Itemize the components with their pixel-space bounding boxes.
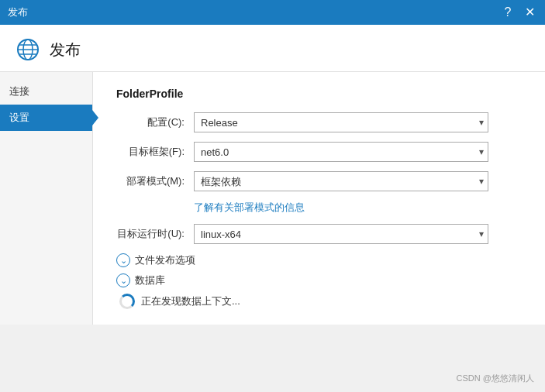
runtime-select-wrapper: linux-x64 win-x64 bbox=[194, 224, 488, 244]
main-panel: FolderProfile 配置(C): Release Debug bbox=[93, 72, 545, 325]
dialog-wrapper: 发布 ? ✕ 发布 连接 设置 bbox=[0, 0, 545, 392]
config-select[interactable]: Release Debug bbox=[194, 112, 488, 132]
dialog-header: 发布 bbox=[0, 25, 545, 72]
framework-label: 目标框架(F): bbox=[116, 145, 194, 159]
loading-row: 正在发现数据上下文... bbox=[119, 294, 522, 309]
runtime-label: 目标运行时(U): bbox=[116, 227, 194, 241]
loading-spinner bbox=[119, 294, 135, 309]
deploy-select[interactable]: 框架依赖 独立 bbox=[194, 171, 488, 191]
loading-text: 正在发现数据上下文... bbox=[141, 294, 240, 308]
deploy-label: 部署模式(M): bbox=[116, 174, 194, 188]
deploy-control: 框架依赖 独立 bbox=[194, 171, 488, 191]
deploy-row: 部署模式(M): 框架依赖 独立 bbox=[116, 171, 522, 191]
database-row[interactable]: ⌄ 数据库 bbox=[116, 273, 522, 287]
config-row: 配置(C): Release Debug bbox=[116, 112, 522, 132]
watermark: CSDN @悠悠清闲人 bbox=[457, 373, 534, 384]
title-bar-title: 发布 bbox=[8, 5, 28, 19]
config-label: 配置(C): bbox=[116, 115, 194, 129]
file-publish-toggle-icon: ⌄ bbox=[116, 253, 130, 267]
framework-select[interactable]: net6.0 net5.0 bbox=[194, 142, 488, 162]
dialog-title: 发布 bbox=[50, 40, 81, 60]
runtime-select[interactable]: linux-x64 win-x64 bbox=[194, 224, 488, 244]
section-title: FolderProfile bbox=[116, 88, 522, 100]
sidebar: 连接 设置 bbox=[0, 72, 93, 325]
runtime-row: 目标运行时(U): linux-x64 win-x64 bbox=[116, 224, 522, 244]
file-publish-row[interactable]: ⌄ 文件发布选项 bbox=[116, 253, 522, 267]
database-toggle-icon: ⌄ bbox=[116, 273, 130, 287]
config-control: Release Debug bbox=[194, 112, 488, 132]
database-label: 数据库 bbox=[135, 273, 165, 287]
globe-icon bbox=[16, 37, 40, 62]
config-select-wrapper: Release Debug bbox=[194, 112, 488, 132]
learn-more-link[interactable]: 了解有关部署模式的信息 bbox=[194, 201, 522, 215]
framework-control: net6.0 net5.0 bbox=[194, 142, 488, 162]
framework-select-wrapper: net6.0 net5.0 bbox=[194, 142, 488, 162]
dialog-body: 连接 设置 FolderProfile 配置(C): Release Debug bbox=[0, 72, 545, 325]
sidebar-item-settings[interactable]: 设置 bbox=[0, 105, 92, 131]
sidebar-settings-label: 设置 bbox=[9, 112, 29, 123]
deploy-select-wrapper: 框架依赖 独立 bbox=[194, 171, 488, 191]
help-button[interactable]: ? bbox=[500, 5, 516, 20]
title-bar-controls: ? ✕ bbox=[500, 5, 537, 20]
framework-row: 目标框架(F): net6.0 net5.0 bbox=[116, 142, 522, 162]
title-bar: 发布 ? ✕ bbox=[0, 0, 545, 25]
title-bar-left: 发布 bbox=[8, 5, 28, 19]
runtime-control: linux-x64 win-x64 bbox=[194, 224, 488, 244]
dialog-content: 发布 连接 设置 FolderProfile 配置(C): bbox=[0, 25, 545, 325]
file-publish-label: 文件发布选项 bbox=[135, 253, 195, 267]
sidebar-item-connect[interactable]: 连接 bbox=[0, 78, 92, 105]
close-button[interactable]: ✕ bbox=[522, 5, 537, 20]
sidebar-connect-label: 连接 bbox=[9, 85, 29, 97]
